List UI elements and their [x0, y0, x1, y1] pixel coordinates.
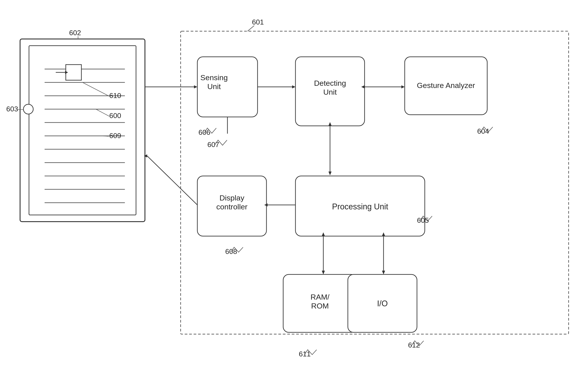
processing-unit-label: Processing Unit: [332, 202, 388, 211]
diagram: 601 602 603: [0, 0, 588, 374]
ref607-label: 607: [207, 141, 219, 149]
svg-rect-26: [197, 57, 258, 117]
detecting-unit-label2: Unit: [323, 88, 337, 96]
ref600-label: 600: [109, 111, 121, 120]
gesture-analyzer-label: Gesture Analyzer: [417, 81, 475, 90]
sensing-unit-label2: Unit: [207, 82, 221, 91]
display-controller-label2: controller: [216, 202, 248, 211]
ram-rom-label2: ROM: [311, 302, 329, 310]
svg-point-18: [23, 104, 33, 114]
ref601-label: 601: [252, 18, 264, 26]
ref602-label: 602: [69, 29, 81, 37]
diagram-svg: 601 602 603: [0, 0, 588, 374]
ram-rom-label1: RAM/: [311, 293, 330, 301]
ref603-label: 603: [6, 105, 18, 113]
sensing-unit-label1: Sensing: [200, 73, 228, 82]
io-label: I/O: [377, 299, 388, 308]
display-controller-label1: Display: [220, 193, 244, 202]
detecting-unit-label1: Detecting: [314, 79, 346, 87]
ref610-label: 610: [109, 91, 121, 100]
ref609-label: 609: [109, 132, 121, 140]
svg-rect-15: [66, 65, 81, 80]
